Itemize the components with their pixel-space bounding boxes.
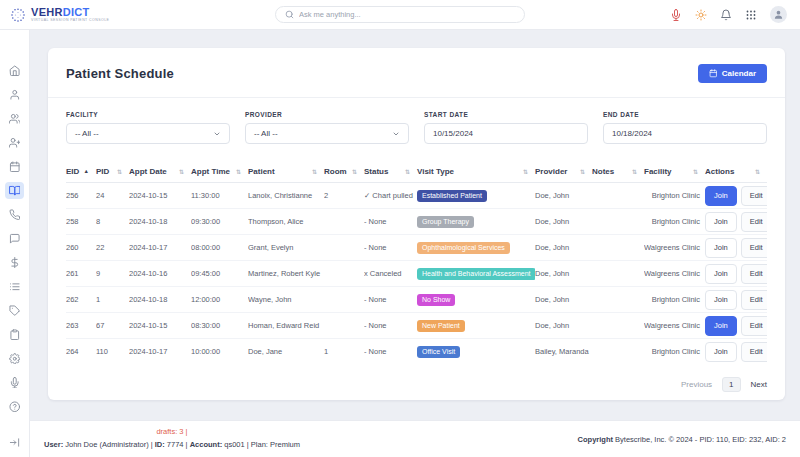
cell-visit_type: No Show bbox=[417, 287, 535, 313]
sidebar-item-patients[interactable] bbox=[5, 110, 24, 127]
column-header-notes[interactable]: Notes⇅ bbox=[592, 162, 644, 183]
cell-provider: Doe, John bbox=[535, 235, 592, 261]
sidebar-item-messages[interactable] bbox=[5, 230, 24, 247]
sidebar-item-clipboard[interactable] bbox=[5, 326, 24, 343]
chat-icon bbox=[9, 233, 21, 245]
column-label: Facility bbox=[644, 167, 672, 176]
cell-notes bbox=[592, 235, 644, 261]
column-header-appt_date[interactable]: Appt Date⇅ bbox=[129, 162, 191, 183]
sort-icon: ⇅ bbox=[580, 169, 585, 175]
pagination-next[interactable]: Next bbox=[751, 380, 767, 389]
sun-icon[interactable] bbox=[695, 9, 707, 21]
sidebar-item-calls[interactable] bbox=[5, 206, 24, 223]
end-date-input[interactable]: 10/18/2024 bbox=[603, 123, 767, 144]
cell-facility: Walgreens Clinic bbox=[644, 235, 705, 261]
column-header-facility[interactable]: Facility⇅ bbox=[644, 162, 705, 183]
column-header-appt_time[interactable]: Appt Time⇅ bbox=[191, 162, 248, 183]
cell-visit_type: Group Therapy bbox=[417, 209, 535, 235]
sidebar-item-schedule[interactable] bbox=[5, 182, 24, 199]
column-header-eid[interactable]: EID▲ bbox=[66, 162, 96, 183]
column-header-visit_type[interactable]: Visit Type⇅ bbox=[417, 162, 535, 183]
join-button[interactable]: Join bbox=[705, 264, 737, 284]
join-button[interactable]: Join bbox=[705, 212, 737, 232]
sidebar-item-tags[interactable] bbox=[5, 302, 24, 319]
column-label: Status bbox=[364, 167, 388, 176]
table-row: 263672024-10-1508:30:00Homan, Edward Rei… bbox=[66, 313, 767, 339]
start-date-input[interactable]: 10/15/2024 bbox=[424, 123, 588, 144]
edit-button[interactable]: Edit bbox=[741, 238, 767, 258]
pagination-page-1[interactable]: 1 bbox=[722, 377, 740, 392]
edit-button[interactable]: Edit bbox=[741, 316, 767, 336]
filter-label-start-date: START DATE bbox=[424, 111, 588, 118]
phone-icon bbox=[9, 209, 21, 221]
sidebar-item-billing[interactable] bbox=[5, 254, 24, 271]
cell-provider: Doe, John bbox=[535, 209, 592, 235]
filter-value: -- All -- bbox=[75, 129, 99, 138]
cell-eid: 260 bbox=[66, 235, 96, 261]
patient-schedule-card: Patient Schedule Calendar FACILITY-- All… bbox=[48, 48, 785, 400]
edit-button[interactable]: Edit bbox=[741, 290, 767, 310]
sidebar-item-dictation[interactable] bbox=[5, 374, 24, 391]
column-header-status[interactable]: Status⇅ bbox=[364, 162, 417, 183]
cell-visit_type: Office Visit bbox=[417, 339, 535, 365]
search-icon bbox=[285, 10, 294, 19]
sidebar-item-home[interactable] bbox=[5, 62, 24, 79]
cell-provider: Doe, John bbox=[535, 261, 592, 287]
bell-icon[interactable] bbox=[720, 9, 732, 21]
chevron-down-icon bbox=[392, 130, 400, 138]
topbar-actions bbox=[670, 6, 800, 23]
filter-end-date: END DATE10/18/2024 bbox=[603, 111, 767, 144]
cell-appt_date: 2024-10-17 bbox=[129, 339, 191, 365]
search-bar[interactable] bbox=[275, 6, 525, 23]
sort-icon: ⇅ bbox=[693, 169, 698, 175]
sidebar-item-patient[interactable] bbox=[5, 86, 24, 103]
sidebar-item-settings[interactable] bbox=[5, 350, 24, 367]
cell-room bbox=[324, 235, 364, 261]
cell-room bbox=[324, 261, 364, 287]
sidebar-item-appointments[interactable] bbox=[5, 158, 24, 175]
sidebar-item-add-patient[interactable] bbox=[5, 134, 24, 151]
facility-select[interactable]: -- All -- bbox=[66, 123, 230, 144]
search-input[interactable] bbox=[299, 10, 515, 19]
table-row: 2641102024-10-1710:00:00Doe, Jane1- None… bbox=[66, 339, 767, 365]
join-button[interactable]: Join bbox=[705, 290, 737, 310]
join-button[interactable]: Join bbox=[705, 186, 737, 206]
logo-text-primary: VEHR bbox=[31, 6, 63, 18]
cell-status: x Canceled bbox=[364, 261, 417, 287]
cell-eid: 256 bbox=[66, 183, 96, 209]
cell-patient: Martinez, Robert Kyle bbox=[248, 261, 324, 287]
column-label: Provider bbox=[535, 167, 567, 176]
calendar-button[interactable]: Calendar bbox=[698, 64, 767, 83]
avatar-icon[interactable] bbox=[770, 6, 787, 23]
sidebar-item-lists[interactable] bbox=[5, 278, 24, 295]
join-button[interactable]: Join bbox=[705, 342, 737, 362]
edit-button[interactable]: Edit bbox=[741, 212, 767, 232]
edit-button[interactable]: Edit bbox=[741, 186, 767, 206]
cell-room bbox=[324, 313, 364, 339]
calendar-icon bbox=[9, 161, 21, 173]
column-header-actions[interactable]: Actions⇅ bbox=[705, 162, 767, 183]
logo-tagline: VIRTUAL SESSION PATIENT CONSOLE bbox=[31, 19, 109, 23]
sidebar-item-help[interactable] bbox=[5, 398, 24, 415]
cell-status: - None bbox=[364, 287, 417, 313]
column-header-patient[interactable]: Patient⇅ bbox=[248, 162, 324, 183]
column-header-pid[interactable]: PID⇅ bbox=[96, 162, 129, 183]
copyright: Copyright Bytescribe, Inc. © 2024 - PID:… bbox=[578, 435, 786, 444]
edit-button[interactable]: Edit bbox=[741, 342, 767, 362]
provider-select[interactable]: -- All -- bbox=[245, 123, 409, 144]
join-button[interactable]: Join bbox=[705, 238, 737, 258]
filter-label-provider: PROVIDER bbox=[245, 111, 409, 118]
column-header-room[interactable]: Room⇅ bbox=[324, 162, 364, 183]
sort-icon: ⇅ bbox=[117, 169, 122, 175]
column-header-provider[interactable]: Provider⇅ bbox=[535, 162, 592, 183]
microphone-icon[interactable] bbox=[670, 9, 682, 21]
patients-icon bbox=[9, 113, 21, 125]
app-logo[interactable]: VEHRDICT VIRTUAL SESSION PATIENT CONSOLE bbox=[0, 7, 109, 23]
user-details: User: John Doe (Administrator) | ID: 777… bbox=[44, 439, 300, 452]
edit-button[interactable]: Edit bbox=[741, 264, 767, 284]
apps-grid-icon[interactable] bbox=[745, 9, 757, 21]
join-button[interactable]: Join bbox=[705, 316, 737, 336]
filter-value: -- All -- bbox=[254, 129, 278, 138]
sidebar-expand-icon[interactable] bbox=[9, 437, 20, 448]
pagination-previous[interactable]: Previous bbox=[681, 380, 712, 389]
